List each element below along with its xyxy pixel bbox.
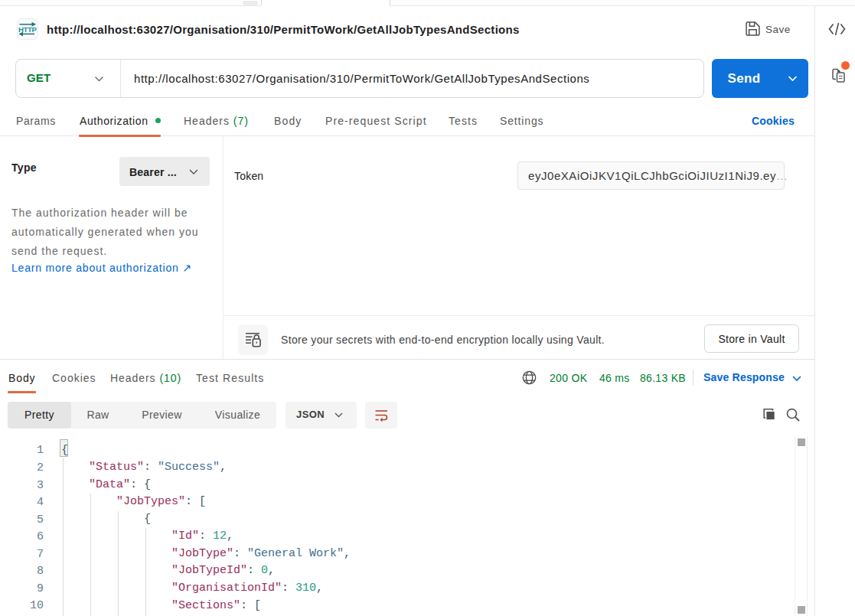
svg-text:HTTP: HTTP bbox=[18, 25, 37, 34]
